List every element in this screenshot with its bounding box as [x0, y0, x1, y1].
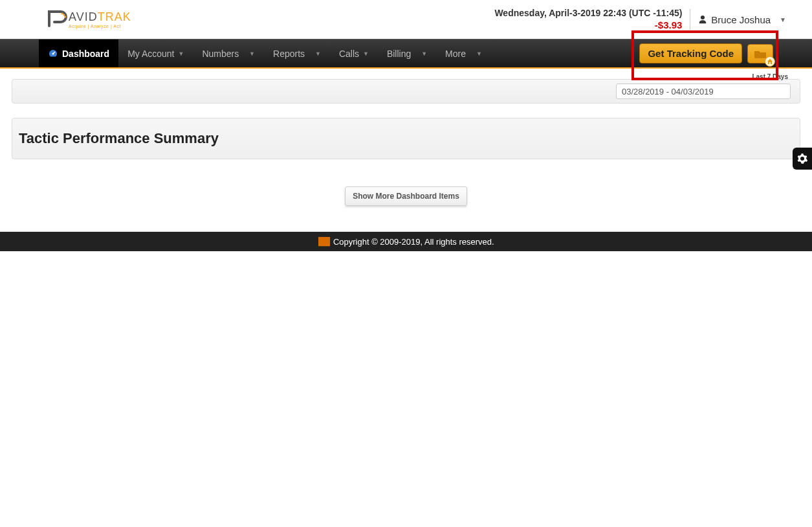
account-balance: -$3.93: [494, 19, 682, 32]
chevron-down-icon: ▼: [421, 50, 427, 57]
home-folder-button[interactable]: [747, 44, 773, 63]
settings-side-tab[interactable]: [793, 148, 812, 170]
summary-title: Tactic Performance Summary: [19, 130, 793, 147]
nav-label: Numbers: [202, 49, 239, 59]
nav-label: More: [445, 49, 466, 59]
svg-point-2: [65, 16, 67, 18]
nav-billing[interactable]: Billing ▼: [378, 39, 436, 67]
topbar: AVIDTRAK Acquire | Analyze | Act Wednesd…: [0, 0, 812, 39]
daterange-input[interactable]: [616, 84, 791, 99]
nav-label: Reports: [273, 49, 305, 59]
daterange-panel: Last 7 Days: [12, 79, 800, 104]
grid-icon: ■■■■■■■■■: [318, 238, 329, 245]
chevron-down-icon: ▼: [363, 50, 369, 57]
nav-numbers[interactable]: Numbers ▼: [193, 39, 264, 67]
logo[interactable]: AVIDTRAK Acquire | Analyze | Act: [45, 9, 131, 30]
daterange-label: Last 7 Days: [752, 73, 788, 80]
nav-reports[interactable]: Reports ▼: [264, 39, 330, 67]
chevron-down-icon: ▼: [780, 16, 786, 23]
user-name: Bruce Joshua: [711, 14, 771, 25]
logo-mark-icon: [45, 9, 67, 30]
logo-text-2: TRAK: [98, 10, 131, 23]
svg-point-0: [61, 13, 63, 15]
logo-text-1: AVID: [69, 10, 98, 23]
folder-icon: [754, 49, 767, 58]
nav-label: Calls: [339, 49, 359, 59]
nav-more[interactable]: More ▼: [436, 39, 491, 67]
datetime-block: Wednesday, April-3-2019 22:43 (UTC -11:4…: [494, 7, 682, 32]
nav-right: Get Tracking Code: [639, 39, 773, 67]
header-right: Wednesday, April-3-2019 22:43 (UTC -11:4…: [494, 7, 786, 32]
chevron-down-icon: ▼: [476, 50, 482, 57]
footer: ■■■■■■■■■ Copyright © 2009-2019, All rig…: [0, 232, 812, 251]
content-area: Last 7 Days Tactic Performance Summary S…: [0, 69, 812, 206]
nav-left: Dashboard My Account▼ Numbers ▼ Reports …: [39, 39, 491, 67]
get-tracking-code-button[interactable]: Get Tracking Code: [639, 43, 742, 63]
navbar: Dashboard My Account▼ Numbers ▼ Reports …: [0, 39, 812, 69]
chevron-down-icon: ▼: [179, 50, 184, 57]
nav-my-account[interactable]: My Account▼: [118, 39, 193, 67]
chevron-down-icon: ▼: [249, 50, 255, 57]
user-icon: [698, 15, 707, 24]
nav-label: Billing: [387, 49, 411, 59]
datetime-text: Wednesday, April-3-2019 22:43 (UTC -11:4…: [494, 7, 682, 19]
svg-point-1: [63, 14, 65, 16]
nav-label: My Account: [127, 49, 174, 59]
summary-panel: Tactic Performance Summary: [12, 118, 800, 159]
show-more-button[interactable]: Show More Dashboard Items: [345, 186, 467, 206]
nav-label: Dashboard: [62, 49, 109, 59]
show-more-wrap: Show More Dashboard Items: [12, 186, 800, 206]
logo-tagline: Acquire | Analyze | Act: [69, 24, 131, 28]
user-menu[interactable]: Bruce Joshua ▼: [698, 14, 786, 25]
chevron-down-icon: ▼: [315, 50, 321, 57]
footer-text: Copyright © 2009-2019, All rights reserv…: [333, 237, 494, 247]
nav-calls[interactable]: Calls▼: [330, 39, 378, 67]
nav-dashboard[interactable]: Dashboard: [39, 39, 118, 67]
dashboard-icon: [48, 49, 58, 59]
gear-icon: [796, 153, 808, 164]
divider: [690, 9, 690, 30]
home-icon: [765, 56, 775, 67]
